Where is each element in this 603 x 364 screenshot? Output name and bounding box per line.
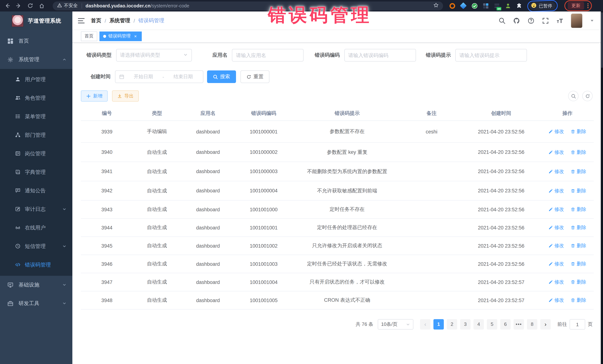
export-button[interactable]: 导出: [112, 90, 139, 101]
breadcrumb-system[interactable]: 系统管理: [109, 17, 130, 24]
header-search-icon[interactable]: [499, 17, 505, 24]
browser-scrollbar[interactable]: [601, 11, 603, 364]
edit-link[interactable]: 修改: [548, 243, 564, 249]
goto-page-input[interactable]: [570, 319, 585, 330]
avatar-caret-down-icon[interactable]: [590, 17, 594, 24]
search-button[interactable]: 搜索: [207, 70, 236, 83]
sidebar-item-用户管理[interactable]: 用户管理: [0, 70, 72, 89]
home-icon[interactable]: [39, 3, 45, 9]
app-logo[interactable]: 芋道管理系统: [0, 11, 72, 30]
tag-home[interactable]: 首页: [81, 31, 97, 41]
breadcrumb-home[interactable]: 首页: [91, 17, 101, 24]
delete-link[interactable]: 删除: [571, 297, 586, 304]
edit-link[interactable]: 修改: [548, 224, 564, 231]
tag-close-icon[interactable]: ×: [133, 33, 138, 39]
page-button-8[interactable]: 8: [527, 319, 537, 330]
extension-gem-icon[interactable]: [460, 3, 466, 9]
delete-link[interactable]: 删除: [571, 279, 586, 286]
edit-link[interactable]: 修改: [548, 168, 564, 175]
edit-link[interactable]: 修改: [548, 261, 564, 267]
delete-link[interactable]: 删除: [571, 187, 586, 194]
edit-link[interactable]: 修改: [548, 187, 564, 194]
tag-label: 错误码管理: [108, 33, 131, 39]
sidebar-item-菜单管理[interactable]: 菜单管理: [0, 108, 72, 126]
edit-link[interactable]: 修改: [548, 128, 564, 135]
sidebar-item-部门管理[interactable]: 部门管理: [0, 126, 72, 144]
page-button-2[interactable]: 2: [447, 319, 457, 330]
delete-link[interactable]: 删除: [571, 149, 586, 155]
user-avatar[interactable]: [571, 13, 582, 28]
sidebar-item-在线用户[interactable]: 在线用户: [0, 219, 72, 237]
sidebar-item-研发工具[interactable]: 研发工具: [0, 294, 72, 313]
extension-person-icon[interactable]: [505, 3, 511, 9]
edit-pencil-icon: [548, 280, 553, 284]
delete-link[interactable]: 删除: [571, 168, 586, 175]
browser-menu-icon[interactable]: [587, 3, 589, 8]
page-size-select[interactable]: 10条/页: [378, 319, 413, 330]
extension-squares-icon[interactable]: [482, 3, 489, 9]
sidebar-item-字典管理[interactable]: 字典管理: [0, 163, 72, 182]
refresh-table-button[interactable]: [582, 91, 593, 101]
sidebar-item-短信管理[interactable]: 短信管理: [0, 237, 72, 256]
sidebar-item-角色管理[interactable]: 角色管理: [0, 89, 72, 108]
back-icon[interactable]: [4, 3, 10, 9]
error-message-input[interactable]: [459, 53, 523, 58]
prev-page-button[interactable]: ‹: [420, 319, 430, 330]
extension-orange-icon[interactable]: [449, 3, 455, 9]
page-button-1[interactable]: 1: [433, 319, 444, 330]
page-content: 错误码类型 请选择错误码类型 应用名 错误码编码: [72, 43, 603, 364]
hamburger-icon[interactable]: [78, 18, 85, 23]
forward-icon[interactable]: [16, 3, 22, 9]
sidebar-item-基础设施[interactable]: 基础设施: [0, 276, 72, 294]
delete-link[interactable]: 删除: [571, 206, 586, 213]
delete-link[interactable]: 删除: [571, 261, 586, 267]
extensions-puzzle-icon[interactable]: [516, 3, 522, 9]
sidebar-item-审计日志[interactable]: 审计日志: [0, 200, 72, 219]
cell-id: 3943: [81, 200, 133, 219]
more-pages-button[interactable]: •••: [514, 319, 524, 330]
reload-icon[interactable]: [27, 3, 33, 9]
extension-switch-icon[interactable]: on: [494, 3, 500, 9]
column-header: 创建时间: [461, 107, 541, 121]
reset-button[interactable]: 重置: [241, 70, 269, 83]
scrollbar-thumb[interactable]: [601, 12, 603, 68]
font-size-icon[interactable]: [557, 17, 563, 24]
date-range-picker[interactable]: 开始日期 - 结束日期: [115, 70, 203, 83]
github-icon[interactable]: [513, 17, 520, 24]
delete-link[interactable]: 删除: [571, 224, 586, 231]
profile-paused-badge[interactable]: 已暂停: [530, 2, 556, 10]
sidebar-item-系统管理[interactable]: 系统管理: [0, 50, 72, 69]
delete-link[interactable]: 删除: [571, 243, 586, 249]
error-type-select[interactable]: 请选择错误码类型: [116, 49, 192, 62]
delete-link[interactable]: 删除: [571, 128, 586, 135]
extension-green-check-icon[interactable]: [471, 3, 477, 9]
audit-log-icon: [15, 207, 20, 212]
cell-code: 1001001002: [235, 237, 292, 255]
fullscreen-icon[interactable]: [542, 17, 549, 24]
next-page-button[interactable]: ›: [540, 319, 551, 330]
cell-message: 不能删除类型为系统内置的参数配置: [292, 162, 402, 181]
help-icon[interactable]: [528, 17, 534, 24]
page-button-5[interactable]: 5: [487, 319, 497, 330]
sidebar-item-通知公告[interactable]: 通知公告: [0, 182, 72, 200]
error-code-input[interactable]: [348, 53, 412, 58]
toggle-search-button[interactable]: [568, 91, 579, 101]
sidebar-item-首页[interactable]: 首页: [0, 32, 72, 50]
column-header: 备注: [402, 107, 461, 121]
tag-error-code[interactable]: 错误码管理 ×: [99, 31, 142, 41]
page-button-6[interactable]: 6: [500, 319, 510, 330]
cell-remark: ceshi: [402, 121, 461, 143]
edit-link[interactable]: 修改: [548, 297, 564, 304]
page-button-4[interactable]: 4: [474, 319, 484, 330]
browser-update-button[interactable]: 更新: [568, 2, 584, 10]
app-name-input[interactable]: [236, 53, 300, 58]
edit-link[interactable]: 修改: [548, 206, 564, 213]
edit-link[interactable]: 修改: [548, 149, 564, 155]
sidebar-item-错误码管理[interactable]: 错误码管理: [0, 256, 72, 274]
edit-link[interactable]: 修改: [548, 279, 564, 286]
sidebar-item-岗位管理[interactable]: 岗位管理: [0, 144, 72, 163]
page-button-3[interactable]: 3: [460, 319, 471, 330]
bookmark-star-icon[interactable]: [433, 3, 439, 9]
address-bar[interactable]: 不安全 dashboard.yudao.iocoder.cn /system/e…: [53, 1, 443, 10]
add-button[interactable]: 新增: [81, 90, 108, 101]
